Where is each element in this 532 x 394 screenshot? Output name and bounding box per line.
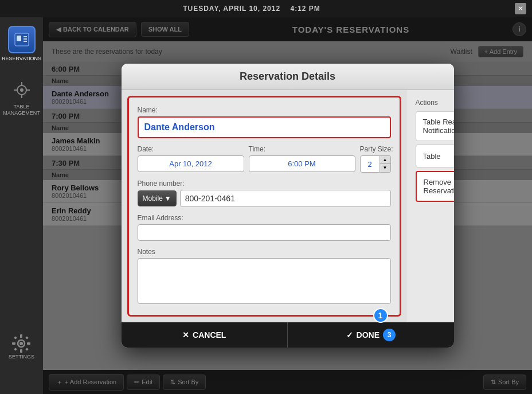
svg-rect-18 xyxy=(26,336,29,340)
cancel-x-icon: ✕ xyxy=(182,330,189,340)
reservations-icon xyxy=(8,26,36,53)
table-management-icon xyxy=(10,79,33,102)
party-col: Party Size: ▲ ▼ xyxy=(360,145,394,173)
top-bar-date: TUESDAY, APRIL 10, 2012 4:12 PM xyxy=(183,5,320,13)
badge-1: 1 xyxy=(373,308,388,323)
sidebar-reservations-label: RESERVATIONS xyxy=(2,56,41,61)
date-input[interactable] xyxy=(138,155,244,172)
svg-rect-13 xyxy=(20,334,22,338)
modal-overlay: Reservation Details Name: Date: Time: xyxy=(43,17,532,394)
phone-input[interactable] xyxy=(180,190,391,207)
time-label: Time: xyxy=(249,145,355,153)
name-input[interactable] xyxy=(138,116,391,138)
remove-reservation-row[interactable]: Remove Reservation 2 › xyxy=(416,171,454,202)
badge-3: 3 xyxy=(383,329,396,341)
modal-footer: ✕ CANCEL ✓ DONE 3 xyxy=(122,322,454,348)
svg-rect-19 xyxy=(14,348,18,351)
close-button[interactable]: ✕ xyxy=(515,3,526,14)
main-content: ◀ BACK TO CALENDAR SHOW ALL TODAY'S RESE… xyxy=(43,17,532,394)
done-button[interactable]: ✓ DONE 3 xyxy=(288,322,454,348)
svg-point-12 xyxy=(19,342,23,345)
date-label: Date: xyxy=(138,145,244,153)
sidebar-item-table-management[interactable]: TABLE MANAGEMENT xyxy=(0,73,43,122)
cancel-button[interactable]: ✕ CANCEL xyxy=(122,322,288,348)
phone-label: Phone number: xyxy=(138,180,391,188)
party-size-stepper: ▲ ▼ xyxy=(360,155,394,173)
svg-point-6 xyxy=(20,88,24,92)
modal-form-panel: Name: Date: Time: Party Size: xyxy=(127,96,401,317)
table-label: Table xyxy=(423,152,441,161)
actions-label: Actions xyxy=(416,99,454,107)
svg-rect-14 xyxy=(20,349,22,353)
name-label: Name: xyxy=(138,106,391,114)
remove-reservation-label: Remove Reservation xyxy=(424,178,454,195)
reservation-details-modal: Reservation Details Name: Date: Time: xyxy=(122,64,454,348)
modal-title: Reservation Details xyxy=(122,64,454,90)
done-check-icon: ✓ xyxy=(346,330,353,340)
party-down-button[interactable]: ▼ xyxy=(380,164,390,172)
modal-actions-panel: Actions Table Ready Notification › Table… xyxy=(407,90,454,322)
modal-body: Name: Date: Time: Party Size: xyxy=(122,90,454,322)
party-size-input[interactable] xyxy=(360,155,380,173)
dropdown-arrow-icon: ▼ xyxy=(165,194,171,202)
sidebar-table-label: TABLE MANAGEMENT xyxy=(3,104,40,116)
notes-label: Notes xyxy=(138,248,391,256)
sidebar-item-reservations[interactable]: RESERVATIONS xyxy=(0,20,43,67)
sidebar: RESERVATIONS TABLE MANAGEMENT xyxy=(0,17,43,394)
email-label: Email Address: xyxy=(138,214,391,222)
svg-rect-15 xyxy=(12,342,15,345)
sidebar-settings-label: SETTINGS xyxy=(9,354,34,360)
svg-rect-16 xyxy=(27,342,30,345)
date-time-row: Date: Time: Party Size: xyxy=(138,145,391,173)
phone-type-button[interactable]: Mobile ▼ xyxy=(138,190,177,206)
email-input[interactable] xyxy=(138,224,391,241)
svg-rect-20 xyxy=(26,348,29,351)
party-up-button[interactable]: ▲ xyxy=(380,156,390,164)
time-col: Time: xyxy=(249,145,355,173)
sidebar-item-settings[interactable]: SETTINGS xyxy=(9,333,34,360)
date-col: Date: xyxy=(138,145,244,173)
top-bar: TUESDAY, APRIL 10, 2012 4:12 PM ✕ xyxy=(0,0,532,17)
time-input[interactable] xyxy=(249,155,355,172)
notes-textarea[interactable] xyxy=(138,258,391,304)
svg-rect-17 xyxy=(14,336,18,340)
table-ready-notification-row[interactable]: Table Ready Notification › xyxy=(416,111,454,141)
svg-rect-1 xyxy=(17,36,21,41)
table-ready-notification-label: Table Ready Notification xyxy=(423,118,454,135)
party-label: Party Size: xyxy=(360,145,394,153)
table-row[interactable]: Table › xyxy=(416,145,454,167)
phone-row: Mobile ▼ xyxy=(138,190,391,207)
